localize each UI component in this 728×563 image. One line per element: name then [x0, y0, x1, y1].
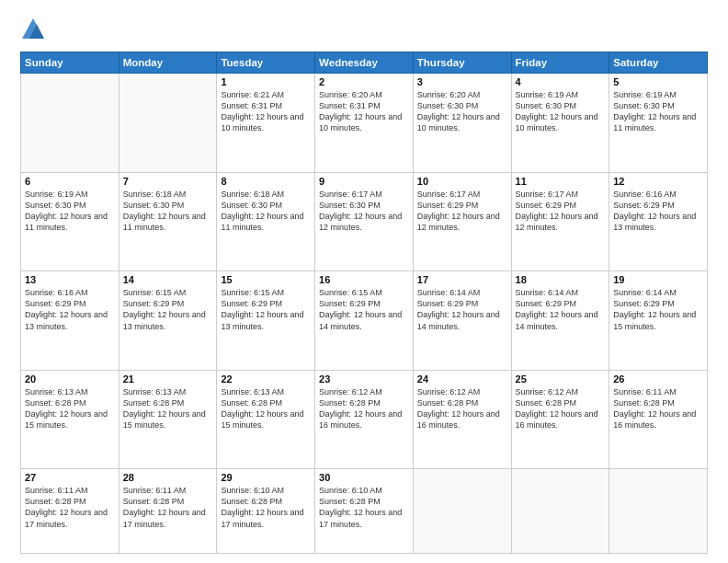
day-info: Sunrise: 6:20 AM Sunset: 6:31 PM Dayligh…	[319, 89, 409, 134]
calendar-cell: 17Sunrise: 6:14 AM Sunset: 6:29 PM Dayli…	[413, 271, 511, 371]
day-number: 6	[25, 176, 115, 187]
calendar-header-saturday: Saturday	[609, 52, 708, 74]
calendar-cell: 6Sunrise: 6:19 AM Sunset: 6:30 PM Daylig…	[21, 172, 119, 271]
day-info: Sunrise: 6:15 AM Sunset: 6:29 PM Dayligh…	[319, 287, 409, 332]
calendar-header-thursday: Thursday	[413, 52, 511, 74]
day-number: 17	[417, 274, 507, 285]
day-number: 4	[516, 76, 606, 87]
calendar-cell	[511, 469, 609, 554]
day-number: 5	[613, 76, 703, 87]
day-number: 27	[25, 472, 115, 483]
calendar-cell: 2Sunrise: 6:20 AM Sunset: 6:31 PM Daylig…	[315, 74, 414, 173]
day-number: 1	[221, 76, 311, 87]
calendar-cell: 29Sunrise: 6:10 AM Sunset: 6:28 PM Dayli…	[217, 469, 315, 554]
day-number: 3	[417, 76, 507, 87]
day-info: Sunrise: 6:10 AM Sunset: 6:28 PM Dayligh…	[221, 485, 311, 530]
day-number: 8	[221, 176, 311, 187]
header	[20, 17, 708, 42]
calendar-cell: 13Sunrise: 6:16 AM Sunset: 6:29 PM Dayli…	[21, 271, 119, 371]
calendar-header-friday: Friday	[511, 52, 609, 74]
day-info: Sunrise: 6:15 AM Sunset: 6:29 PM Dayligh…	[123, 287, 213, 332]
day-number: 29	[221, 472, 311, 483]
day-number: 26	[613, 373, 703, 385]
calendar-cell: 19Sunrise: 6:14 AM Sunset: 6:29 PM Dayli…	[609, 271, 708, 371]
day-number: 7	[123, 176, 213, 187]
calendar-cell: 7Sunrise: 6:18 AM Sunset: 6:30 PM Daylig…	[119, 172, 217, 271]
day-number: 15	[221, 274, 311, 285]
day-number: 28	[123, 472, 213, 483]
calendar-cell: 14Sunrise: 6:15 AM Sunset: 6:29 PM Dayli…	[119, 271, 217, 371]
day-info: Sunrise: 6:10 AM Sunset: 6:28 PM Dayligh…	[319, 485, 409, 530]
day-info: Sunrise: 6:16 AM Sunset: 6:29 PM Dayligh…	[25, 287, 115, 332]
calendar-cell: 21Sunrise: 6:13 AM Sunset: 6:28 PM Dayli…	[119, 370, 217, 469]
day-info: Sunrise: 6:12 AM Sunset: 6:28 PM Dayligh…	[319, 386, 409, 431]
calendar-cell: 20Sunrise: 6:13 AM Sunset: 6:28 PM Dayli…	[21, 370, 119, 469]
day-info: Sunrise: 6:15 AM Sunset: 6:29 PM Dayligh…	[221, 287, 311, 332]
calendar-cell: 18Sunrise: 6:14 AM Sunset: 6:29 PM Dayli…	[511, 271, 609, 371]
calendar-header-monday: Monday	[119, 52, 217, 74]
calendar-cell: 1Sunrise: 6:21 AM Sunset: 6:31 PM Daylig…	[217, 74, 315, 173]
day-info: Sunrise: 6:14 AM Sunset: 6:29 PM Dayligh…	[417, 287, 507, 332]
calendar-cell: 8Sunrise: 6:18 AM Sunset: 6:30 PM Daylig…	[217, 172, 315, 271]
day-number: 19	[613, 274, 703, 285]
calendar-week-2: 6Sunrise: 6:19 AM Sunset: 6:30 PM Daylig…	[21, 172, 708, 271]
calendar-cell: 22Sunrise: 6:13 AM Sunset: 6:28 PM Dayli…	[217, 370, 315, 469]
calendar-cell: 26Sunrise: 6:11 AM Sunset: 6:28 PM Dayli…	[609, 370, 708, 469]
day-info: Sunrise: 6:17 AM Sunset: 6:29 PM Dayligh…	[516, 189, 606, 234]
day-number: 24	[417, 373, 507, 385]
day-info: Sunrise: 6:12 AM Sunset: 6:28 PM Dayligh…	[417, 386, 507, 431]
day-info: Sunrise: 6:14 AM Sunset: 6:29 PM Dayligh…	[516, 287, 606, 332]
calendar-cell: 3Sunrise: 6:20 AM Sunset: 6:30 PM Daylig…	[413, 74, 511, 173]
day-number: 13	[25, 274, 115, 285]
calendar-cell: 23Sunrise: 6:12 AM Sunset: 6:28 PM Dayli…	[315, 370, 414, 469]
day-info: Sunrise: 6:20 AM Sunset: 6:30 PM Dayligh…	[417, 89, 507, 134]
day-info: Sunrise: 6:19 AM Sunset: 6:30 PM Dayligh…	[516, 89, 606, 134]
day-info: Sunrise: 6:19 AM Sunset: 6:30 PM Dayligh…	[613, 89, 703, 134]
calendar-header-row: SundayMondayTuesdayWednesdayThursdayFrid…	[21, 52, 708, 74]
calendar-cell: 12Sunrise: 6:16 AM Sunset: 6:29 PM Dayli…	[609, 172, 708, 271]
day-number: 9	[319, 176, 409, 187]
calendar-cell: 9Sunrise: 6:17 AM Sunset: 6:30 PM Daylig…	[315, 172, 414, 271]
calendar-cell: 25Sunrise: 6:12 AM Sunset: 6:28 PM Dayli…	[511, 370, 609, 469]
day-number: 14	[123, 274, 213, 285]
day-number: 20	[25, 373, 115, 385]
day-info: Sunrise: 6:16 AM Sunset: 6:29 PM Dayligh…	[613, 189, 703, 234]
day-info: Sunrise: 6:17 AM Sunset: 6:29 PM Dayligh…	[417, 189, 507, 234]
day-info: Sunrise: 6:11 AM Sunset: 6:28 PM Dayligh…	[613, 386, 703, 431]
day-info: Sunrise: 6:11 AM Sunset: 6:28 PM Dayligh…	[123, 485, 213, 530]
day-info: Sunrise: 6:13 AM Sunset: 6:28 PM Dayligh…	[123, 386, 213, 431]
calendar-cell: 5Sunrise: 6:19 AM Sunset: 6:30 PM Daylig…	[609, 74, 708, 173]
day-info: Sunrise: 6:19 AM Sunset: 6:30 PM Dayligh…	[25, 189, 115, 234]
logo	[20, 17, 50, 42]
day-number: 23	[319, 373, 409, 385]
calendar-header-wednesday: Wednesday	[315, 52, 414, 74]
day-info: Sunrise: 6:18 AM Sunset: 6:30 PM Dayligh…	[123, 189, 213, 234]
logo-icon	[20, 17, 46, 42]
day-info: Sunrise: 6:13 AM Sunset: 6:28 PM Dayligh…	[221, 386, 311, 431]
calendar-cell	[413, 469, 511, 554]
calendar-cell	[119, 74, 217, 173]
day-number: 25	[516, 373, 606, 385]
day-number: 16	[319, 274, 409, 285]
day-info: Sunrise: 6:18 AM Sunset: 6:30 PM Dayligh…	[221, 189, 311, 234]
calendar-table: SundayMondayTuesdayWednesdayThursdayFrid…	[20, 52, 708, 554]
calendar-cell	[21, 74, 119, 173]
day-info: Sunrise: 6:21 AM Sunset: 6:31 PM Dayligh…	[221, 89, 311, 134]
day-number: 22	[221, 373, 311, 385]
calendar-cell: 16Sunrise: 6:15 AM Sunset: 6:29 PM Dayli…	[315, 271, 414, 371]
calendar-cell: 10Sunrise: 6:17 AM Sunset: 6:29 PM Dayli…	[413, 172, 511, 271]
day-number: 11	[516, 176, 606, 187]
day-info: Sunrise: 6:17 AM Sunset: 6:30 PM Dayligh…	[319, 189, 409, 234]
calendar-week-4: 20Sunrise: 6:13 AM Sunset: 6:28 PM Dayli…	[21, 370, 708, 469]
calendar-cell: 30Sunrise: 6:10 AM Sunset: 6:28 PM Dayli…	[315, 469, 414, 554]
calendar-cell: 11Sunrise: 6:17 AM Sunset: 6:29 PM Dayli…	[511, 172, 609, 271]
calendar-cell: 24Sunrise: 6:12 AM Sunset: 6:28 PM Dayli…	[413, 370, 511, 469]
day-number: 21	[123, 373, 213, 385]
day-info: Sunrise: 6:13 AM Sunset: 6:28 PM Dayligh…	[25, 386, 115, 431]
day-info: Sunrise: 6:14 AM Sunset: 6:29 PM Dayligh…	[613, 287, 703, 332]
calendar-week-1: 1Sunrise: 6:21 AM Sunset: 6:31 PM Daylig…	[21, 74, 708, 173]
day-number: 30	[319, 472, 409, 483]
calendar-cell: 28Sunrise: 6:11 AM Sunset: 6:28 PM Dayli…	[119, 469, 217, 554]
day-number: 12	[613, 176, 703, 187]
day-info: Sunrise: 6:11 AM Sunset: 6:28 PM Dayligh…	[25, 485, 115, 530]
